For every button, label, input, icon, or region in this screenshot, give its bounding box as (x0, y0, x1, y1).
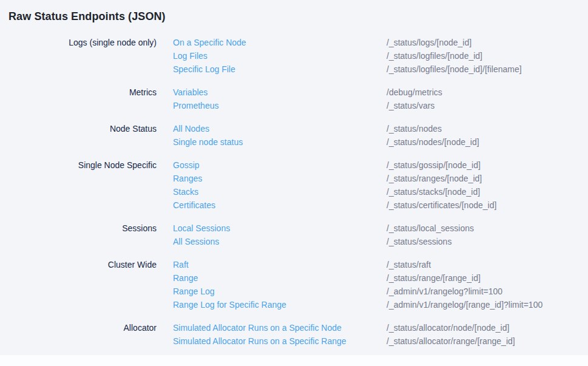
endpoint-path: /_status/nodes/[node_id] (387, 137, 479, 147)
endpoint-row: MetricsVariables/debug/metrics (0, 86, 588, 99)
category-label: Node Status (8, 124, 157, 134)
endpoint-link[interactable]: Prometheus (173, 101, 387, 110)
endpoint-row: All Sessions/_status/sessions (0, 235, 588, 248)
endpoint-link[interactable]: Range Log for Specific Range (173, 300, 387, 310)
section-divider (0, 355, 588, 366)
endpoint-path: /_status/logfiles/[node_id] (387, 51, 482, 61)
endpoint-groups: Logs (single node only)On a Specific Nod… (0, 36, 588, 348)
endpoint-row: Simulated Allocator Runs on a Specific R… (0, 334, 588, 348)
endpoint-row: SessionsLocal Sessions/_status/local_ses… (0, 222, 588, 235)
endpoint-path: /_status/sessions (387, 237, 451, 246)
endpoint-row: Logs (single node only)On a Specific Nod… (0, 36, 588, 49)
endpoint-group-metrics: MetricsVariables/debug/metricsPrometheus… (0, 86, 588, 112)
endpoint-group-sessions: SessionsLocal Sessions/_status/local_ses… (0, 222, 588, 248)
endpoint-row: Certificates/_status/certificates/[node_… (0, 198, 588, 212)
endpoint-link[interactable]: Ranges (173, 174, 387, 183)
endpoint-path: /_status/allocator/node/[node_id] (387, 323, 509, 333)
endpoint-link[interactable]: Single node status (173, 137, 387, 147)
page-title: Raw Status Endpoints (JSON) (8, 9, 588, 24)
endpoint-path: /_status/vars (387, 101, 434, 110)
category-label: Single Node Specific (8, 160, 157, 170)
endpoint-path: /_status/gossip/[node_id] (387, 160, 481, 170)
endpoint-group-single-node-specific: Single Node SpecificGossip/_status/gossi… (0, 158, 588, 212)
category-label: Metrics (8, 87, 157, 97)
endpoint-path: /_status/local_sessions (387, 223, 474, 233)
endpoint-link[interactable]: Log Files (173, 51, 387, 61)
endpoint-path: /_status/nodes (387, 124, 442, 134)
endpoint-link[interactable]: Gossip (173, 160, 387, 170)
endpoint-row: Stacks/_status/stacks/[node_id] (0, 185, 588, 198)
endpoint-group-cluster-wide: Cluster WideRaft/_status/raftRange/_stat… (0, 258, 588, 311)
endpoint-row: Range Log/_admin/v1/rangelog?limit=100 (0, 285, 588, 298)
endpoint-link[interactable]: All Nodes (173, 124, 387, 134)
endpoint-link[interactable]: Local Sessions (173, 223, 387, 233)
endpoint-link[interactable]: Range (173, 273, 387, 283)
endpoint-link[interactable]: Certificates (173, 200, 387, 210)
category-label: Cluster Wide (8, 260, 157, 269)
endpoint-path: /_status/logfiles/[node_id]/[filename] (387, 64, 522, 74)
endpoint-row: Ranges/_status/ranges/[node_id] (0, 172, 588, 185)
category-label: Allocator (8, 323, 157, 333)
endpoint-path: /_status/logs/[node_id] (387, 38, 471, 47)
endpoint-path: /_status/allocator/range/[range_id] (387, 336, 515, 346)
endpoint-row: Range Log for Specific Range/_admin/v1/r… (0, 298, 588, 311)
endpoint-group-logs-single-node-only: Logs (single node only)On a Specific Nod… (0, 36, 588, 76)
endpoint-link[interactable]: Variables (173, 87, 387, 97)
endpoint-path: /_admin/v1/rangelog?limit=100 (387, 286, 502, 296)
endpoint-row: Single node status/_status/nodes/[node_i… (0, 135, 588, 149)
endpoint-path: /_status/range/[range_id] (387, 273, 481, 283)
endpoint-path: /_status/certificates/[node_id] (387, 200, 496, 210)
endpoint-row: AllocatorSimulated Allocator Runs on a S… (0, 321, 588, 334)
endpoint-link[interactable]: Raft (173, 260, 387, 269)
endpoint-path: /_status/stacks/[node_id] (387, 187, 480, 197)
endpoint-row: Cluster WideRaft/_status/raft (0, 258, 588, 271)
endpoint-path: /_status/ranges/[node_id] (387, 174, 482, 183)
endpoint-link[interactable]: Simulated Allocator Runs on a Specific N… (173, 323, 387, 333)
category-label: Sessions (8, 223, 157, 233)
endpoint-group-node-status: Node StatusAll Nodes/_status/nodesSingle… (0, 122, 588, 149)
endpoint-path: /_status/raft (387, 260, 431, 269)
endpoint-row: Prometheus/_status/vars (0, 99, 588, 112)
endpoint-row: Single Node SpecificGossip/_status/gossi… (0, 158, 588, 172)
endpoint-link[interactable]: Specific Log File (173, 64, 387, 74)
endpoint-row: Specific Log File/_status/logfiles/[node… (0, 63, 588, 76)
endpoint-link[interactable]: Simulated Allocator Runs on a Specific R… (173, 336, 387, 346)
endpoint-link[interactable]: On a Specific Node (173, 38, 387, 47)
category-label: Logs (single node only) (8, 38, 157, 47)
endpoint-row: Node StatusAll Nodes/_status/nodes (0, 122, 588, 135)
endpoint-row: Log Files/_status/logfiles/[node_id] (0, 49, 588, 63)
endpoint-group-allocator: AllocatorSimulated Allocator Runs on a S… (0, 321, 588, 348)
endpoint-row: Range/_status/range/[range_id] (0, 271, 588, 285)
endpoint-path: /_admin/v1/rangelog/[range_id]?limit=100 (387, 300, 542, 310)
raw-status-endpoints-page: Raw Status Endpoints (JSON) Logs (single… (0, 0, 588, 355)
endpoint-path: /debug/metrics (387, 87, 442, 97)
endpoint-link[interactable]: Range Log (173, 286, 387, 296)
endpoint-link[interactable]: Stacks (173, 187, 387, 197)
endpoint-link[interactable]: All Sessions (173, 237, 387, 246)
